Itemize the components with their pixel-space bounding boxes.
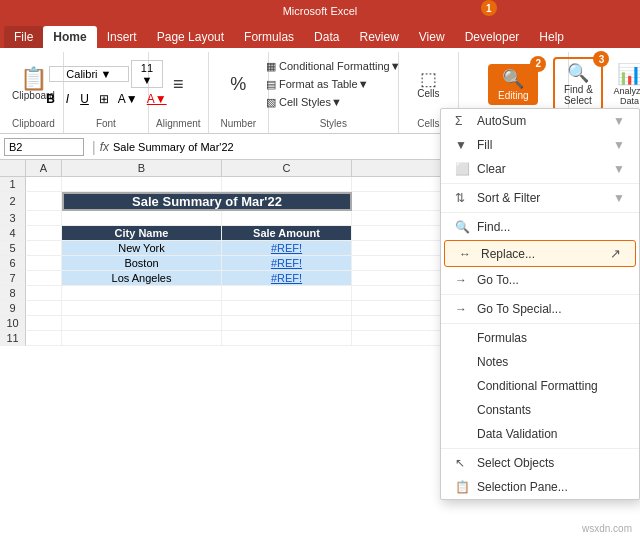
fill-color-btn[interactable]: A▼ [115,91,141,107]
name-box[interactable] [4,138,84,156]
tab-view[interactable]: View [409,26,455,48]
selection-pane-item[interactable]: 📋 Selection Pane... [441,475,639,499]
cell-a4[interactable] [26,226,62,241]
cell-b9[interactable] [62,301,222,316]
cell-a6[interactable] [26,256,62,271]
cell-c7[interactable]: #REF! [222,271,352,286]
tab-developer[interactable]: Developer [455,26,530,48]
underline-btn[interactable]: U [76,90,93,108]
cell-c5[interactable]: #REF! [222,241,352,256]
cell-b1[interactable] [62,177,222,192]
analyze-data-btn[interactable]: 📊 AnalyzeData [607,60,640,108]
cell-c6[interactable]: #REF! [222,256,352,271]
tab-review[interactable]: Review [349,26,408,48]
editing-button[interactable]: 2 🔍 Editing [488,64,538,105]
border-btn[interactable]: ⊞ [96,91,112,107]
cell-b6[interactable]: Boston [62,256,222,271]
cell-b3[interactable] [62,211,222,226]
tab-formulas[interactable]: Formulas [234,26,304,48]
col-header-b[interactable]: B [62,160,222,176]
font-name-dropdown[interactable]: Calibri ▼ [49,66,129,82]
cell-b8[interactable] [62,286,222,301]
sort-icon: ⇅ [455,191,471,205]
cell-a1[interactable] [26,177,62,192]
formulas-label: Formulas [477,331,527,345]
goto-label: Go To... [477,273,519,287]
tab-help[interactable]: Help [529,26,574,48]
replace-item[interactable]: ↔ Replace... ↗ [444,240,636,267]
font-group-label: Font [96,114,116,131]
clipboard-group-label: Clipboard [12,114,55,131]
tab-page-layout[interactable]: Page Layout [147,26,234,48]
formulas-item[interactable]: Formulas [441,326,639,350]
styles-group-label: Styles [320,114,347,131]
alignment-btn[interactable]: ≡ [160,73,196,95]
constants-item[interactable]: Constants [441,398,639,422]
cell-styles-label: Cell Styles [279,96,331,108]
cell-c1[interactable] [222,177,352,192]
conditional-formatting-btn[interactable]: ▦ Conditional Formatting ▼ [260,58,407,75]
cell-b11[interactable] [62,331,222,346]
sort-filter-item[interactable]: ⇅ Sort & Filter ▼ [441,186,639,210]
cond-format-item[interactable]: Conditional Formatting [441,374,639,398]
sep-1 [441,183,639,184]
find-select-btn[interactable]: 3 🔍 Find &Select [553,57,603,111]
title-bar: Microsoft Excel [0,0,640,22]
cell-b4[interactable]: City Name [62,226,222,241]
bold-btn[interactable]: B [42,90,59,108]
cell-a8[interactable] [26,286,62,301]
autosum-item[interactable]: Σ AutoSum ▼ [441,109,639,133]
cell-a3[interactable] [26,211,62,226]
find-item[interactable]: 🔍 Find... [441,215,639,239]
cell-a2[interactable] [26,192,62,211]
formula-separator: | [92,139,96,155]
corner-header [0,160,26,176]
goto-special-item[interactable]: → Go To Special... [441,297,639,321]
row-num-8: 8 [0,286,26,301]
cell-a5[interactable] [26,241,62,256]
cell-b5[interactable]: New York [62,241,222,256]
col-header-a[interactable]: A [26,160,62,176]
number-btn[interactable]: % [220,73,256,95]
cell-b2-merged[interactable]: Sale Summary of Mar'22 [62,192,352,211]
constants-label: Constants [477,403,531,417]
cell-a9[interactable] [26,301,62,316]
notes-label: Notes [477,355,508,369]
italic-btn[interactable]: I [62,90,73,108]
cond-format-item-label: Conditional Formatting [477,379,598,393]
row-num-3: 3 [0,211,26,226]
cell-a11[interactable] [26,331,62,346]
cell-c3[interactable] [222,211,352,226]
cell-c10[interactable] [222,316,352,331]
cells-btn[interactable]: ⬚ Cells [410,68,446,101]
notes-item[interactable]: Notes [441,350,639,374]
cell-b7[interactable]: Los Angeles [62,271,222,286]
format-as-table-btn[interactable]: ▤ Format as Table ▼ [260,76,375,93]
cell-b10[interactable] [62,316,222,331]
city-new-york: New York [118,242,164,254]
goto-item[interactable]: → Go To... [441,268,639,292]
fill-item[interactable]: ▼ Fill ▼ [441,133,639,157]
cursor-indicator: ↗ [610,246,621,261]
row-num-11: 11 [0,331,26,346]
cell-c8[interactable] [222,286,352,301]
cell-c11[interactable] [222,331,352,346]
cell-styles-btn[interactable]: ▧ Cell Styles ▼ [260,94,348,111]
badge-2: 2 [530,56,546,72]
select-objects-item[interactable]: ↖ Select Objects [441,451,639,475]
cells-label: Cells [417,88,439,99]
ribbon-group-font: Calibri ▼ 11 ▼ B I U ⊞ A▼ A▼ Font [64,52,149,133]
cell-a10[interactable] [26,316,62,331]
col-header-c[interactable]: C [222,160,352,176]
clear-item[interactable]: ⬜ Clear ▼ [441,157,639,181]
tab-home[interactable]: Home [43,26,96,48]
tab-file[interactable]: File [4,26,43,48]
cell-c4[interactable]: Sale Amount [222,226,352,241]
cell-a7[interactable] [26,271,62,286]
goto-icon: → [455,273,471,287]
data-validation-item[interactable]: Data Validation [441,422,639,446]
selection-pane-icon: 📋 [455,480,471,494]
cell-c9[interactable] [222,301,352,316]
tab-insert[interactable]: Insert [97,26,147,48]
tab-data[interactable]: Data [304,26,349,48]
